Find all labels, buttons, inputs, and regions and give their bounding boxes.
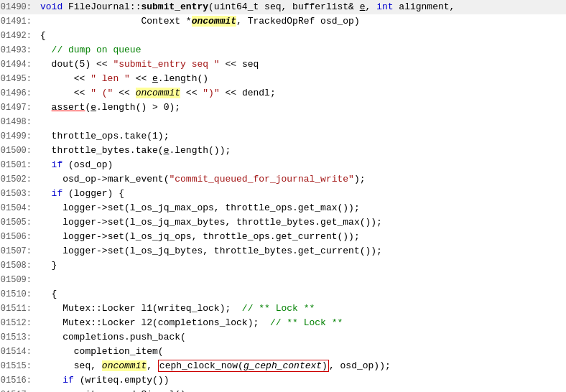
code-line-01509: 01509:: [0, 273, 566, 287]
code-content-01511: Mutex::Locker l1(writeq_lock); // ** Loc…: [37, 302, 566, 315]
line-num-01515: 01515:: [0, 360, 37, 373]
code-content-01498: [37, 115, 566, 129]
code-content-01499: throttle_ops.take(1);: [37, 129, 566, 143]
code-content-01492: {: [37, 29, 566, 42]
code-content-01497: assert(e.length() > 0);: [37, 101, 566, 114]
line-num-01508: 01508:: [0, 259, 37, 273]
code-line-01501: 01501: if (osd_op): [0, 158, 566, 172]
line-num-01503: 01503:: [0, 187, 37, 201]
code-line-01504: 01504: logger->set(l_os_jq_max_ops, thro…: [0, 201, 566, 215]
line-num-01494: 01494:: [0, 58, 37, 72]
line-num-01498: 01498:: [0, 116, 37, 129]
code-content-01508: }: [37, 258, 566, 272]
code-line-01492: 01492: {: [0, 29, 566, 43]
line-num-01493: 01493:: [0, 44, 37, 57]
line-num-01506: 01506:: [0, 230, 37, 244]
code-line-01495: 01495: << " len " << e.length(): [0, 72, 566, 86]
line-num-01512: 01512:: [0, 317, 37, 330]
code-content-01495: << " len " << e.length(): [37, 72, 566, 85]
code-content-01510: {: [37, 287, 566, 301]
line-num-01496: 01496:: [0, 87, 37, 101]
line-num-01502: 01502:: [0, 173, 37, 187]
line-num-01500: 01500:: [0, 144, 37, 158]
code-content-01503: if (logger) {: [37, 187, 566, 200]
code-content-01493: // dump on queue: [37, 43, 566, 57]
code-line-01498: 01498:: [0, 115, 566, 129]
code-content-01506: logger->set(l_os_jq_ops, throttle_ops.ge…: [37, 230, 566, 243]
code-content-01500: throttle_bytes.take(e.length());: [37, 144, 566, 157]
code-content-01491: Context *oncommit, TrackedOpRef osd_op): [37, 14, 566, 28]
code-content-01494: dout(5) << "submit_entry seq " << seq: [37, 57, 566, 71]
code-line-01514: 01514: completion_item(: [0, 345, 566, 359]
line-num-01516: 01516:: [0, 374, 37, 388]
line-num-01495: 01495:: [0, 73, 37, 86]
line-num-01513: 01513:: [0, 331, 37, 345]
line-num-01501: 01501:: [0, 159, 37, 172]
line-num-01505: 01505:: [0, 216, 37, 230]
code-line-01512: 01512: Mutex::Locker l2(completions_lock…: [0, 316, 566, 330]
line-num-01507: 01507:: [0, 245, 37, 258]
code-content-01505: logger->set(l_os_jq_max_bytes, throttle_…: [37, 215, 566, 229]
line-num-01517: 01517:: [0, 388, 37, 392]
code-line-01505: 01505: logger->set(l_os_jq_max_bytes, th…: [0, 215, 566, 230]
code-content-01509: [37, 273, 566, 286]
line-num-01514: 01514:: [0, 345, 37, 359]
code-line-01491: 01491: Context *oncommit, TrackedOpRef o…: [0, 14, 566, 29]
line-num-01492: 01492:: [0, 29, 37, 43]
line-num-01504: 01504:: [0, 202, 37, 215]
code-line-01517: 01517: writeq_cond.Signal();: [0, 388, 566, 392]
code-line-01499: 01499: throttle_ops.take(1);: [0, 129, 566, 144]
code-line-01506: 01506: logger->set(l_os_jq_ops, throttle…: [0, 230, 566, 244]
code-line-01515: 01515: seq, oncommit, ceph_clock_now(g_c…: [0, 359, 566, 373]
code-content-01504: logger->set(l_os_jq_max_ops, throttle_op…: [37, 201, 566, 215]
code-line-01496: 01496: << " (" << oncommit << ")" << den…: [0, 86, 566, 101]
code-content-01517: writeq_cond.Signal();: [37, 388, 566, 392]
code-line-01497: 01497: assert(e.length() > 0);: [0, 101, 566, 115]
code-line-01507: 01507: logger->set(l_os_jq_bytes, thrott…: [0, 244, 566, 258]
code-content-01501: if (osd_op): [37, 158, 566, 172]
line-num-01497: 01497:: [0, 101, 37, 115]
line-num-01509: 01509:: [0, 274, 37, 287]
code-line-01508: 01508: }: [0, 258, 566, 273]
line-num-01499: 01499:: [0, 130, 37, 144]
code-content-01490: void FileJournal::submit_entry(uint64_t …: [37, 0, 566, 14]
code-line-01503: 01503: if (logger) {: [0, 187, 566, 201]
code-line-01494: 01494: dout(5) << "submit_entry seq " <<…: [0, 57, 566, 72]
code-line-01500: 01500: throttle_bytes.take(e.length());: [0, 144, 566, 158]
code-line-01510: 01510: {: [0, 287, 566, 302]
code-line-01493: 01493: // dump on queue: [0, 43, 566, 57]
line-num-01490: 01490:: [0, 1, 37, 14]
code-content-01514: completion_item(: [37, 345, 566, 358]
line-num-01510: 01510:: [0, 288, 37, 302]
code-line-01511: 01511: Mutex::Locker l1(writeq_lock); //…: [0, 302, 566, 316]
line-num-01491: 01491:: [0, 15, 37, 29]
code-content-01512: Mutex::Locker l2(completions_lock); // *…: [37, 316, 566, 330]
code-line-01516: 01516: if (writeq.empty()): [0, 373, 566, 388]
code-content-01516: if (writeq.empty()): [37, 373, 566, 387]
code-content-01515: seq, oncommit, ceph_clock_now(g_ceph_con…: [37, 359, 566, 373]
line-num-01511: 01511:: [0, 302, 37, 316]
code-line-01490: 01490: void FileJournal::submit_entry(ui…: [0, 0, 566, 14]
code-content-01502: osd_op->mark_event("commit_queued_for_jo…: [37, 172, 566, 186]
code-content-01507: logger->set(l_os_jq_bytes, throttle_byte…: [37, 244, 566, 258]
code-viewer: 01490: void FileJournal::submit_entry(ui…: [0, 0, 566, 392]
code-content-01496: << " (" << oncommit << ")" << dendl;: [37, 86, 566, 100]
code-line-01502: 01502: osd_op->mark_event("commit_queued…: [0, 172, 566, 187]
code-content-01513: completions.push_back(: [37, 330, 566, 344]
code-line-01513: 01513: completions.push_back(: [0, 330, 566, 345]
